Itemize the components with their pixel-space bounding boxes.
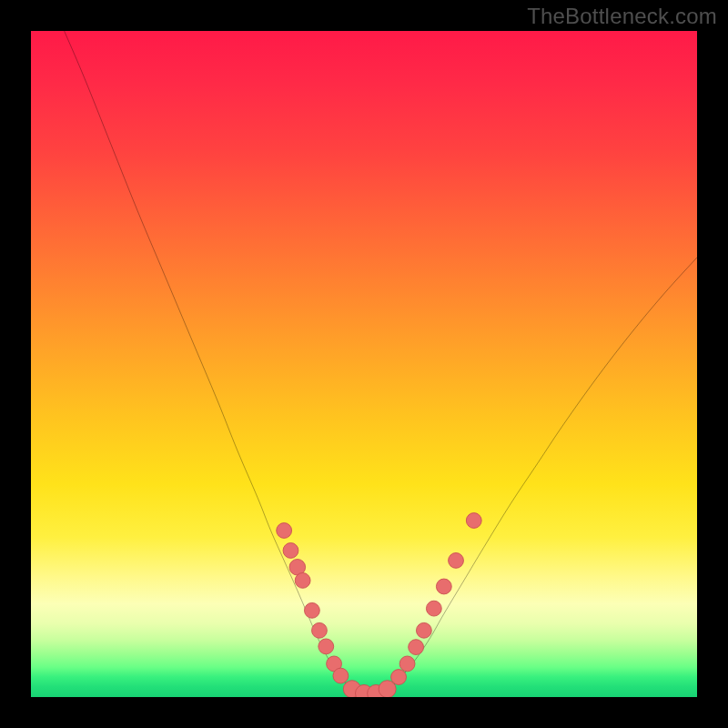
curve-marker [391,670,407,685]
curve-marker [283,543,298,559]
curve-marker [409,640,424,655]
curve-marker [426,601,441,616]
curve-marker [318,639,334,654]
curve-marker [304,602,319,618]
curve-marker [416,622,431,638]
curve-marker [295,572,310,588]
curve-marker [466,513,481,529]
curve-marker [449,553,464,569]
plot-area [31,31,697,697]
curve-marker [333,668,349,683]
curve-marker [277,523,292,539]
attribution-text: TheBottleneck.com [527,4,717,29]
bottleneck-curve [65,31,697,693]
curve-marker [312,622,328,638]
curve-svg [31,31,697,697]
curve-marker [399,656,415,672]
chart-frame: TheBottleneck.com [0,0,728,728]
curve-marker [436,579,451,594]
curve-markers [277,513,481,697]
